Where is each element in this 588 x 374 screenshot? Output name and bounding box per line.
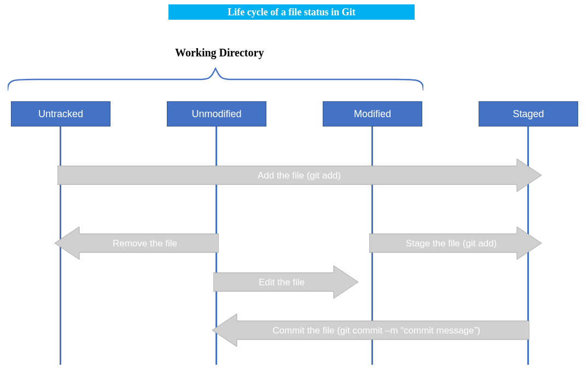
arrow-commit: Commit the file (git commit –m “commit m… xyxy=(212,314,529,347)
arrow-add-text: Add the file (git add) xyxy=(258,170,341,181)
state-unmodified: Unmodified xyxy=(167,101,266,126)
arrow-edit-text: Edit the file xyxy=(259,277,305,287)
arrow-commit-text: Commit the file (git commit –m “commit m… xyxy=(272,325,480,336)
arrow-remove-text: Remove the file xyxy=(113,238,177,249)
arrow-stage: Stage the file (git add) xyxy=(369,227,542,260)
state-staged: Staged xyxy=(479,101,578,126)
diagram-title: Life cycle of a file status in Git xyxy=(168,4,415,20)
arrow-stage-text: Stage the file (git add) xyxy=(406,238,497,249)
working-directory-label: Working Directory xyxy=(175,47,264,59)
arrow-add: Add the file (git add) xyxy=(57,159,542,192)
state-modified: Modified xyxy=(323,101,422,126)
arrow-remove: Remove the file xyxy=(55,227,219,260)
arrow-edit: Edit the file xyxy=(213,266,358,298)
brace-icon xyxy=(8,60,423,93)
state-untracked: Untracked xyxy=(11,101,110,126)
